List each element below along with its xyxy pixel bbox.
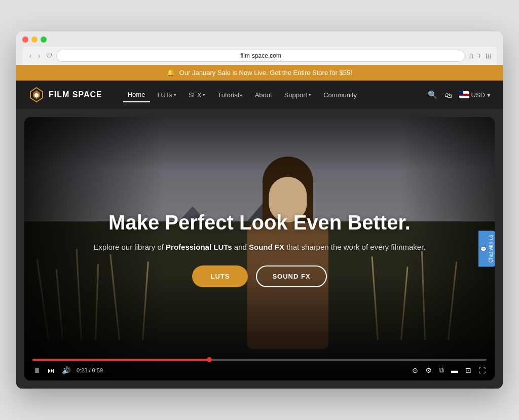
fullscreen-video-button[interactable]: ⛶ <box>477 365 487 375</box>
nav-about[interactable]: About <box>250 88 277 102</box>
nav-home[interactable]: Home <box>123 88 151 102</box>
soundfx-button[interactable]: SOUND FX <box>256 265 326 287</box>
support-dropdown-icon: ▾ <box>309 92 311 97</box>
announcement-bar[interactable]: 🔔 Our January Sale is Now Live. Get the … <box>16 65 503 81</box>
video-progress[interactable] <box>32 359 487 361</box>
pause-button[interactable]: ⏸ <box>32 365 42 375</box>
site-navigation: FILM SPACE Home LUTs ▾ SFX ▾ Tutorials <box>16 81 503 109</box>
nav-links: Home LUTs ▾ SFX ▾ Tutorials About Suppor <box>123 88 428 102</box>
hero-section: Make Perfect Look Even Better. Explore o… <box>24 117 495 380</box>
progress-fill <box>32 359 209 361</box>
bottom-spacing <box>16 380 503 389</box>
forward-button[interactable]: › <box>36 51 43 61</box>
new-tab-button[interactable]: + <box>477 52 481 60</box>
browser-toolbar: ‹ › 🛡 film-space.com ⎍ + ⊞ <box>22 47 497 65</box>
flag-icon <box>459 91 469 98</box>
nav-luts[interactable]: LUTs ▾ <box>152 88 181 102</box>
browser-chrome: ‹ › 🛡 film-space.com ⎍ + ⊞ <box>16 31 503 65</box>
next-button[interactable]: ⏭ <box>47 365 56 375</box>
hero-subtitle: Explore our library of Professional LUTs… <box>45 243 474 251</box>
announcement-icon: 🔔 <box>167 69 175 77</box>
currency-label: USD <box>471 91 485 99</box>
hero-subtitle-luts: Professional LUTs <box>166 243 232 251</box>
sfx-dropdown-icon: ▾ <box>203 92 205 97</box>
nav-support[interactable]: Support ▾ <box>279 88 317 102</box>
progress-dot <box>207 357 212 362</box>
security-icon: 🛡 <box>46 52 52 59</box>
minimize-button[interactable] <box>31 36 38 43</box>
time-display: 0:23 / 0:59 <box>77 367 103 373</box>
volume-button[interactable]: 🔊 <box>61 365 71 375</box>
address-bar[interactable]: film-space.com <box>56 50 465 62</box>
cast-button[interactable]: ⊡ <box>464 365 472 375</box>
nav-sfx[interactable]: SFX ▾ <box>183 88 210 102</box>
chat-icon: 💬 <box>480 246 486 252</box>
nav-actions: 🔍 🛍 USD ▾ <box>428 90 491 99</box>
currency-selector[interactable]: USD ▾ <box>459 91 491 99</box>
cart-icon[interactable]: 🛍 <box>444 91 452 99</box>
chat-widget: 💬 Chat with us <box>478 231 495 266</box>
traffic-lights <box>22 36 497 43</box>
video-controls: ⏸ ⏭ 🔊 0:23 / 0:59 ⊙ ⚙ ⧉ ▬ ⊡ <box>24 353 495 380</box>
controls-right: ⊙ ⚙ ⧉ ▬ ⊡ ⛶ <box>411 365 487 375</box>
overlay-top <box>24 117 495 170</box>
chat-tab[interactable]: 💬 Chat with us <box>478 231 495 266</box>
controls-row: ⏸ ⏭ 🔊 0:23 / 0:59 ⊙ ⚙ ⧉ ▬ ⊡ <box>32 365 487 375</box>
hero-content: Make Perfect Look Even Better. Explore o… <box>24 210 495 287</box>
hero-subtitle-sfx: Sound FX <box>249 243 284 251</box>
logo[interactable]: FILM SPACE <box>28 87 102 103</box>
chat-label: Chat with us <box>488 235 494 262</box>
announcement-text: Our January Sale is Now Live. Get the En… <box>179 69 352 77</box>
fullscreen-button[interactable] <box>41 36 47 43</box>
site-content: 🔔 Our January Sale is Now Live. Get the … <box>16 65 503 389</box>
nav-community[interactable]: Community <box>318 88 362 102</box>
browser-window: ‹ › 🛡 film-space.com ⎍ + ⊞ 🔔 Our January… <box>16 31 503 389</box>
toolbar-actions: ⎍ + ⊞ <box>469 52 492 60</box>
back-button[interactable]: ‹ <box>27 51 34 61</box>
luts-button[interactable]: LUTS <box>192 265 248 287</box>
nav-tutorials[interactable]: Tutorials <box>212 88 247 102</box>
search-icon[interactable]: 🔍 <box>428 90 437 99</box>
play-circle-button[interactable]: ⊙ <box>411 365 419 375</box>
logo-text: FILM SPACE <box>49 90 102 99</box>
hero-buttons: LUTS SOUND FX <box>45 265 474 287</box>
hero-title: Make Perfect Look Even Better. <box>45 210 474 235</box>
browser-nav: ‹ › <box>27 51 42 61</box>
luts-dropdown-icon: ▾ <box>174 92 176 97</box>
logo-icon <box>28 87 45 103</box>
currency-dropdown-icon: ▾ <box>487 91 491 99</box>
tabs-button[interactable]: ⊞ <box>486 52 492 60</box>
pip-button[interactable]: ⧉ <box>438 365 445 375</box>
share-button[interactable]: ⎍ <box>469 52 473 60</box>
close-button[interactable] <box>22 36 28 43</box>
theater-button[interactable]: ▬ <box>450 365 459 375</box>
settings-button[interactable]: ⚙ <box>424 365 433 375</box>
